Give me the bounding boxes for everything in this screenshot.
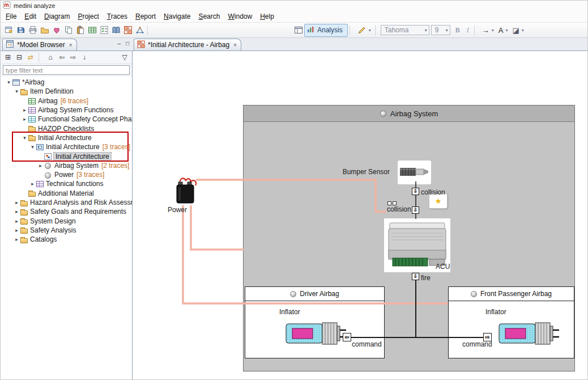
analysis-perspective-toggle[interactable]: Analysis <box>304 24 348 37</box>
collapsed-arrow-icon[interactable]: ▸ <box>37 163 44 168</box>
format-wand-button[interactable]: ▾ <box>355 24 373 36</box>
tree-item-system-design[interactable]: ▸ System Design <box>1 216 132 225</box>
menu-help[interactable]: Help <box>256 11 278 22</box>
fire-output-port[interactable]: ⇩ <box>412 273 419 280</box>
tree-item-airbag-system-functions[interactable]: ▸ Airbag System Functions <box>1 105 132 115</box>
collision-flow-port[interactable]: ⇩ <box>412 188 419 195</box>
collision-input-port[interactable]: ⇩ <box>412 206 419 214</box>
fire-label[interactable]: fire <box>421 274 431 282</box>
diagram-canvas[interactable]: Airbag System Driver Airbag Front Passen… <box>133 50 587 379</box>
power-to-system-connector[interactable] <box>191 205 244 250</box>
model-browser-tab[interactable]: *Model Browser × <box>2 39 77 50</box>
expanded-arrow-icon[interactable]: ▾ <box>21 135 28 141</box>
inflator-right-image[interactable] <box>497 318 560 351</box>
editor-tab-initial-architecture[interactable]: *Initial Architecture - Airbag × <box>134 39 241 50</box>
view-menu-button[interactable]: ▽ <box>120 52 130 62</box>
collapsed-arrow-icon[interactable]: ▸ <box>13 200 20 205</box>
favorites-button[interactable] <box>50 24 62 36</box>
font-family-combo[interactable]: Tahoma ▾ <box>381 25 429 35</box>
diagram-button[interactable] <box>122 24 134 36</box>
collapsed-arrow-icon[interactable]: ▸ <box>29 181 36 187</box>
menu-window[interactable]: Window <box>224 11 256 22</box>
menu-project[interactable]: Project <box>74 11 103 22</box>
copy-button[interactable] <box>62 24 74 36</box>
airbag-system-title[interactable]: Airbag System <box>244 105 574 122</box>
tree-item-initial-architecture-diagram[interactable]: Initial Architecture <box>1 151 132 161</box>
command-input-port-driver[interactable]: ⇦ <box>343 333 351 341</box>
sort-button[interactable]: ↓ <box>79 52 90 62</box>
close-icon[interactable]: × <box>69 42 73 48</box>
font-size-combo[interactable]: 9 ▾ <box>431 25 450 35</box>
bumper-sensor-image[interactable] <box>398 161 431 184</box>
tree-item-item-definition[interactable]: ▾ Item Definition <box>1 87 132 96</box>
port-handle-icon[interactable] <box>393 201 397 205</box>
tree-item-functional-safety-concept[interactable]: ▸ Functional Safety Concept Phas <box>1 115 132 124</box>
tree-item-airbag-root[interactable]: ▾ *Airbag <box>1 78 132 87</box>
forward-button[interactable]: ⇨ <box>68 52 78 62</box>
perspective-button[interactable] <box>292 24 304 36</box>
tree-item-additional-material[interactable]: Additional Material <box>1 189 132 198</box>
italic-button[interactable]: I <box>463 26 472 35</box>
collapsed-arrow-icon[interactable]: ▸ <box>21 107 28 113</box>
save-button[interactable] <box>15 24 27 36</box>
line-style-button[interactable]: → ▾ <box>480 24 496 36</box>
menu-diagram[interactable]: Diagram <box>40 11 74 22</box>
inflator-left-image[interactable] <box>284 318 347 351</box>
front-passenger-airbag-title[interactable]: Front Passenger Airbag <box>449 287 574 301</box>
menu-traces[interactable]: Traces <box>103 11 131 22</box>
report-button[interactable] <box>110 24 122 36</box>
close-icon[interactable]: × <box>233 42 237 48</box>
expand-all-button[interactable]: ⊞ <box>3 52 13 62</box>
acu-label[interactable]: ACU <box>436 263 450 271</box>
export-button[interactable] <box>39 24 50 36</box>
tree-item-initial-architecture-block[interactable]: ▾ Initial Architecture [3 traces] <box>1 142 132 151</box>
menu-edit[interactable]: Edit <box>20 11 40 22</box>
tree-item-airbag-system[interactable]: ▸ Airbag System [2 traces] <box>1 161 132 170</box>
collapsed-arrow-icon[interactable]: ▸ <box>13 218 20 224</box>
tree-item-hazop-checklists[interactable]: HAZOP Checklists <box>1 124 132 133</box>
filter-input[interactable] <box>3 65 130 75</box>
expanded-arrow-icon[interactable]: ▾ <box>29 144 36 150</box>
power-label[interactable]: Power <box>168 206 187 214</box>
tree-item-power[interactable]: Power [3 traces] <box>1 170 132 179</box>
fill-color-button[interactable]: ◪ ▾ <box>510 24 526 36</box>
link-with-editor-button[interactable]: ⇄ <box>25 52 36 62</box>
command-right-label[interactable]: command <box>462 340 492 348</box>
traces-button[interactable] <box>134 24 146 36</box>
expanded-arrow-icon[interactable]: ▾ <box>5 79 12 85</box>
bold-button[interactable]: B <box>452 26 463 35</box>
tree-item-technical-functions[interactable]: ▸ Technical functions <box>1 179 132 188</box>
paste-button[interactable] <box>74 24 86 36</box>
command-left-label[interactable]: command <box>352 340 382 348</box>
driver-airbag-title[interactable]: Driver Airbag <box>245 287 384 301</box>
maximize-view-button[interactable]: □ <box>126 40 129 47</box>
new-wizard-button[interactable] <box>3 24 15 36</box>
menu-report[interactable]: Report <box>131 11 160 22</box>
menu-file[interactable]: File <box>2 11 20 22</box>
collision-left-label[interactable]: collision <box>387 205 411 213</box>
tree-item-initial-architecture-folder[interactable]: ▾ Initial Architecture <box>1 133 132 142</box>
tree-item-catalogs[interactable]: ▸ Catalogs <box>1 235 132 244</box>
print-button[interactable] <box>27 24 39 36</box>
tree-item-hazard-analysis[interactable]: ▸ Hazard Analysis and Risk Assessmen <box>1 198 132 207</box>
collapsed-arrow-icon[interactable]: ▸ <box>13 237 20 242</box>
menu-navigate[interactable]: Navigate <box>160 11 194 22</box>
minimize-view-button[interactable]: – <box>117 40 121 47</box>
collision-top-label[interactable]: collision <box>421 188 445 196</box>
menu-search[interactable]: Search <box>194 11 224 22</box>
port-handle-icon[interactable] <box>387 201 391 205</box>
collapsed-arrow-icon[interactable]: ▸ <box>13 209 20 214</box>
tree-item-safety-analysis[interactable]: ▸ Safety Analysis <box>1 226 132 235</box>
bumper-sensor-label[interactable]: Bumper Sensor <box>342 168 390 176</box>
inflator-left-label[interactable]: Inflator <box>279 308 300 316</box>
tree-item-safety-goals[interactable]: ▸ Safety Goals and Requirements <box>1 207 132 216</box>
font-color-button[interactable]: A ▾ <box>496 24 510 36</box>
collapsed-arrow-icon[interactable]: ▸ <box>13 227 20 233</box>
expanded-arrow-icon[interactable]: ▾ <box>13 88 20 94</box>
back-button[interactable]: ⇦ <box>57 52 67 62</box>
tree-item-airbag[interactable]: Airbag [6 traces] <box>1 96 132 105</box>
collapse-all-button[interactable]: ⊟ <box>14 52 24 62</box>
home-button[interactable]: ⌂ <box>45 52 56 62</box>
checklist-button[interactable] <box>98 24 110 36</box>
inflator-right-label[interactable]: Inflator <box>485 308 506 316</box>
